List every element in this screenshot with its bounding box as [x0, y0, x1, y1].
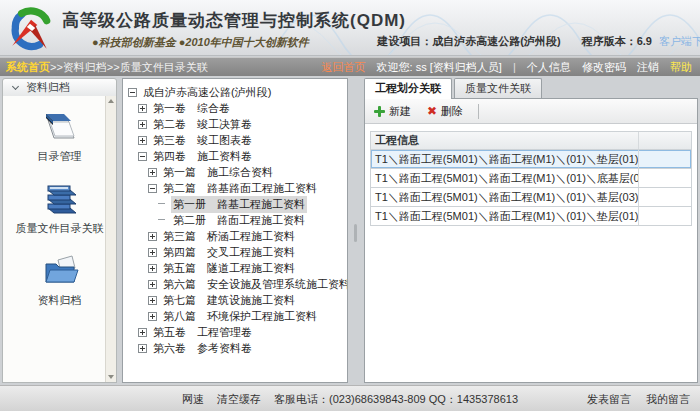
tree-node[interactable]: 第四卷 施工资料卷	[123, 148, 347, 164]
service-phone-text: 客服电话：(023)68639843-809 QQ：1435378613	[274, 393, 518, 405]
panel-splitter[interactable]	[350, 78, 362, 383]
profile-link[interactable]: 个人信息	[527, 61, 571, 73]
logout-link[interactable]: 注销	[637, 61, 659, 73]
sidebar-item-archive[interactable]: 资料归档	[3, 252, 116, 308]
my-message-link[interactable]: 我的留言	[646, 393, 690, 405]
tree-node[interactable]: 第四篇 交叉工程施工资料	[123, 244, 347, 260]
sidebar-scrollbar[interactable]	[105, 96, 116, 382]
table-row[interactable]: T1＼路面工程(5M01)＼路面工程(M1)＼(01)＼垫层(01)	[370, 207, 692, 226]
change-password-link[interactable]: 修改密码	[582, 61, 626, 73]
tree-node-label: 成自泸赤高速公路(泸州段)	[141, 84, 273, 101]
tree-toggle-icon[interactable]	[138, 152, 147, 161]
tree-toggle-icon[interactable]	[148, 168, 157, 177]
return-home-link[interactable]: 返回首页	[321, 61, 365, 73]
tree-node-label: 第六篇 安全设施及管理系统施工资料	[161, 276, 348, 293]
tree-toggle-icon[interactable]	[138, 328, 147, 337]
new-button-label: 新建	[389, 104, 411, 119]
delete-button[interactable]: ✖ 删除	[424, 103, 466, 120]
tree-toggle-icon[interactable]	[148, 232, 157, 241]
table-row[interactable]: T1＼路面工程(5M01)＼路面工程(M1)＼(01)＼底基层(02)	[370, 169, 692, 188]
post-message-link[interactable]: 发表留言	[587, 393, 631, 405]
tree-toggle-icon[interactable]	[158, 216, 167, 225]
grid-header-project-info: 工程信息	[371, 132, 639, 149]
sidebar-item-label: 质量文件目录关联	[3, 221, 116, 236]
tree-node-label: 第一卷 综合卷	[151, 100, 232, 117]
toolbar: 新建 ✖ 删除	[365, 99, 697, 124]
tree-toggle-icon[interactable]	[138, 104, 147, 113]
sidebar-header[interactable]: 资料归档	[2, 78, 117, 97]
tab-project-division-link[interactable]: 工程划分关联	[364, 78, 452, 99]
tree-node[interactable]: 第二篇 路基路面工程施工资料	[123, 180, 347, 196]
tree-toggle-icon[interactable]	[148, 184, 157, 193]
tree-node[interactable]: 第一册 路基工程施工资料	[123, 196, 347, 212]
tree-toggle-icon[interactable]	[148, 296, 157, 305]
table-cell-project-info: T1＼路面工程(5M01)＼路面工程(M1)＼(01)＼垫层(01)	[371, 207, 639, 225]
plus-icon	[374, 106, 385, 117]
table-cell-project-info: T1＼路面工程(5M01)＼路面工程(M1)＼(01)＼基层(03)	[371, 188, 639, 206]
delete-button-label: 删除	[441, 104, 463, 119]
tree-node[interactable]: 成自泸赤高速公路(泸州段)	[123, 84, 347, 100]
header-project-info: 建设项目：成自泸赤高速公路(泸州段) 程序版本：6.9 客户端下载	[377, 34, 700, 49]
tree-node-label: 第五篇 隧道工程施工资料	[161, 260, 297, 277]
welcome-text: 欢迎您: ss [资料归档人员]	[377, 61, 502, 73]
app-header: 高等级公路质量动态管理与控制系统(QDM) ●科技部创新基金 ●2010年中国十…	[0, 0, 700, 56]
table-row[interactable]: T1＼路面工程(5M01)＼路面工程(M1)＼(01)＼垫层(01)	[370, 150, 692, 169]
folder-icon	[38, 252, 82, 290]
tree-node[interactable]: 第一篇 施工综合资料	[123, 164, 347, 180]
tab-quality-file-link[interactable]: 质量文件关联	[454, 78, 542, 98]
table-row[interactable]: T1＼路面工程(5M01)＼路面工程(M1)＼(01)＼基层(03)	[370, 188, 692, 207]
tree-node-label: 第五卷 工程管理卷	[151, 324, 254, 341]
tree-node[interactable]: 第八篇 环境保护工程施工资料	[123, 308, 347, 324]
sidebar-item-quality-file-catalog-link[interactable]: 质量文件目录关联	[3, 180, 116, 236]
breadcrumb-path: >>资料归档>>质量文件目录关联	[50, 61, 208, 73]
client-download-link[interactable]: 客户端下载	[659, 35, 700, 47]
table-cell-empty	[639, 207, 691, 225]
project-label: 建设项目：成自泸赤高速公路(泸州段)	[377, 35, 560, 47]
new-button[interactable]: 新建	[371, 103, 414, 120]
tree-node[interactable]: 第一卷 综合卷	[123, 100, 347, 116]
tree-node[interactable]: 第二册 路面工程施工资料	[123, 212, 347, 228]
tree-toggle-icon[interactable]	[138, 344, 147, 353]
tree-node[interactable]: 第五篇 隧道工程施工资料	[123, 260, 347, 276]
toolbar-separator	[478, 104, 479, 119]
tree-node[interactable]: 第二卷 竣工决算卷	[123, 116, 347, 132]
tree-node-label: 第三卷 竣工图表卷	[151, 132, 254, 149]
notebook-icon	[38, 108, 82, 146]
sidebar-item-label: 目录管理	[3, 149, 116, 164]
delete-x-icon: ✖	[427, 106, 437, 117]
tree-node[interactable]: 第三篇 桥涵工程施工资料	[123, 228, 347, 244]
breadcrumb-home-link[interactable]: 系统首页	[6, 61, 50, 73]
table-cell-empty	[639, 169, 691, 187]
net-speed-link[interactable]: 网速	[182, 393, 204, 405]
header-subtitle: ●科技部创新基金 ●2010年中国十大创新软件	[92, 35, 309, 50]
tree-node-label: 第二篇 路基路面工程施工资料	[161, 180, 319, 197]
tree-toggle-icon[interactable]	[148, 312, 157, 321]
app-window: 高等级公路质量动态管理与控制系统(QDM) ●科技部创新基金 ●2010年中国十…	[0, 0, 700, 411]
clear-cache-link[interactable]: 清空缓存	[217, 393, 261, 405]
association-panel: 工程划分关联质量文件关联 新建 ✖ 删除 工程信息 T1＼	[364, 78, 698, 383]
project-info-grid: 工程信息 T1＼路面工程(5M01)＼路面工程(M1)＼(01)＼垫层(01) …	[370, 131, 692, 226]
table-cell-project-info: T1＼路面工程(5M01)＼路面工程(M1)＼(01)＼垫层(01)	[371, 150, 639, 168]
tree-node[interactable]: 第五卷 工程管理卷	[123, 324, 347, 340]
tree-toggle-icon[interactable]	[138, 136, 147, 145]
tree-node[interactable]: 第三卷 竣工图表卷	[123, 132, 347, 148]
tree-toggle-icon[interactable]	[158, 200, 167, 209]
tree-node[interactable]: 第六卷 参考资料卷	[123, 340, 347, 356]
tree-node-label: 第七篇 建筑设施施工资料	[161, 292, 297, 309]
breadcrumb: 系统首页>>资料归档>>质量文件目录关联	[6, 58, 208, 76]
tree-toggle-icon[interactable]	[128, 88, 137, 97]
scroll-up-icon[interactable]	[106, 96, 117, 107]
tree-toggle-icon[interactable]	[148, 280, 157, 289]
help-link[interactable]: 帮助	[670, 61, 692, 73]
chevron-down-icon	[12, 83, 19, 90]
tab-content: 新建 ✖ 删除 工程信息 T1＼路面工程(5M01)＼路面工程(M1)＼(01)…	[364, 98, 698, 383]
tree-toggle-icon[interactable]	[148, 264, 157, 273]
grid-rows: T1＼路面工程(5M01)＼路面工程(M1)＼(01)＼垫层(01) T1＼路面…	[370, 150, 692, 226]
tree-toggle-icon[interactable]	[148, 248, 157, 257]
sidebar-item-catalog-management[interactable]: 目录管理	[3, 108, 116, 164]
tree-node[interactable]: 第七篇 建筑设施施工资料	[123, 292, 347, 308]
tree-toggle-icon[interactable]	[138, 120, 147, 129]
tree-node[interactable]: 第六篇 安全设施及管理系统施工资料	[123, 276, 347, 292]
tree-node-label: 第四篇 交叉工程施工资料	[161, 244, 297, 261]
scroll-down-icon[interactable]	[106, 371, 117, 382]
